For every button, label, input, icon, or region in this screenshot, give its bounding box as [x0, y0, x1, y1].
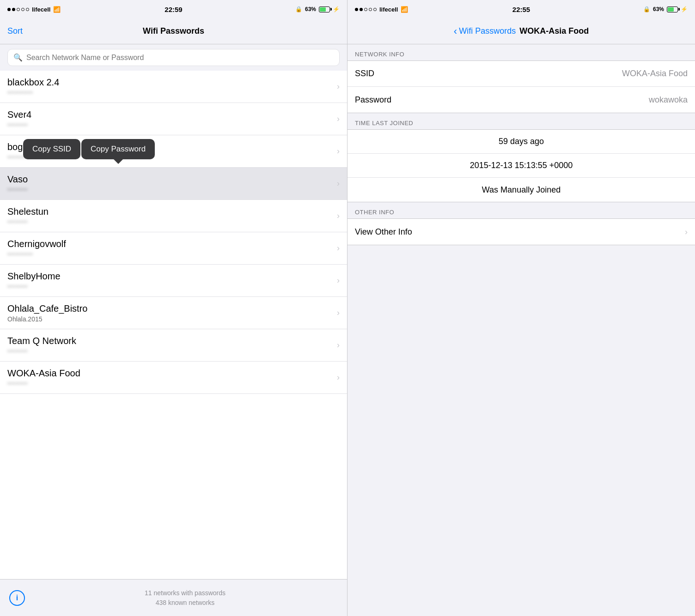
known-networks: 438 known networks [32, 598, 338, 608]
list-item[interactable]: Team Q Network •••••••• › [0, 329, 347, 362]
left-status-left: lifecell 📶 [7, 6, 61, 13]
list-item[interactable]: blackbox 2.4 •••••••••• › [0, 71, 347, 103]
back-chevron-icon: ‹ [454, 25, 457, 37]
right-nav-title: WOKA-Asia Food [519, 26, 589, 36]
list-item-content: Shelestun •••••••• [7, 206, 49, 225]
chevron-right-icon: › [337, 114, 340, 124]
right-status-left: lifecell 📶 [355, 6, 408, 13]
copy-password-button[interactable]: Copy Password [81, 139, 155, 159]
right-panel: lifecell 📶 22:55 🔒 63% ⚡ ‹ Wifi Password… [348, 0, 695, 616]
ssid-label: SSID [355, 69, 374, 79]
right-wifi-icon: 📶 [401, 6, 408, 13]
signal-dots-right [355, 8, 377, 11]
lightning-icon: ⚡ [333, 6, 340, 12]
list-item[interactable]: Ohlala_Cafe_Bistro Ohlala.2015 › [0, 297, 347, 329]
network-name: ShelbyHome [7, 271, 61, 282]
right-battery-percent: 63% [653, 6, 664, 12]
relative-time-row: 59 days ago [348, 130, 695, 154]
list-item-content: blackbox 2.4 •••••••••• [7, 77, 59, 96]
right-battery-fill [668, 7, 674, 12]
network-password: •••••••• [7, 186, 28, 193]
search-input[interactable] [26, 54, 334, 62]
right-battery-icon [667, 6, 678, 12]
list-item-content: Chernigovwolf •••••••••• [7, 239, 66, 258]
ssid-row: SSID WOKA-Asia Food [348, 61, 695, 87]
dot2 [12, 8, 15, 11]
network-name: WOKA-Asia Food [7, 368, 80, 379]
detail-content: NETWORK INFO SSID WOKA-Asia Food Passwor… [348, 44, 695, 616]
signal-dots [7, 8, 29, 11]
list-item[interactable]: Shelestun •••••••• › [0, 200, 347, 232]
info-button[interactable]: i [9, 590, 25, 606]
right-carrier: lifecell [379, 6, 398, 13]
relative-time: 59 days ago [499, 137, 544, 146]
chevron-right-icon: › [337, 276, 340, 285]
battery-percent: 63% [305, 6, 316, 12]
dot2 [360, 8, 363, 11]
chevron-right-icon: › [337, 308, 340, 318]
right-time: 22:55 [512, 6, 530, 13]
manually-joined-label: Was Manually Joined [482, 185, 561, 195]
right-nav-bar: ‹ Wifi Passwords WOKA-Asia Food [348, 18, 695, 44]
wifi-icon: 📶 [53, 6, 61, 13]
copy-ssid-button[interactable]: Copy SSID [23, 139, 80, 159]
network-password: •••••••• [7, 380, 80, 387]
list-item[interactable]: Sver4 •••••••• › [0, 103, 347, 135]
carrier-label: lifecell [32, 6, 50, 13]
dot5 [373, 8, 377, 11]
chevron-right-icon: › [337, 211, 340, 221]
list-item[interactable]: WOKA-Asia Food •••••••• › [0, 362, 347, 394]
list-item-content: Team Q Network •••••••• [7, 336, 76, 355]
search-bar: 🔍 [0, 44, 347, 71]
absolute-time: 2015-12-13 15:13:55 +0000 [470, 161, 573, 170]
list-item[interactable]: ShelbyHome •••••••• › [0, 265, 347, 297]
chevron-right-icon: › [337, 340, 340, 350]
manually-joined-row: Was Manually Joined [348, 178, 695, 202]
network-password: •••••••• [7, 283, 61, 290]
network-password: •••••••• [7, 348, 76, 355]
list-item-content: ShelbyHome •••••••• [7, 271, 61, 290]
view-other-info-label: View Other Info [355, 227, 412, 237]
network-name: Shelestun [7, 206, 49, 217]
network-name: Ohlala_Cafe_Bistro [7, 303, 87, 314]
left-nav-bar: Sort Wifi Passwords [0, 18, 347, 44]
back-label[interactable]: Wifi Passwords [459, 26, 516, 36]
bottom-stats: 11 networks with passwords 438 known net… [32, 588, 338, 608]
network-password: •••••••• [7, 121, 31, 128]
network-info-card: SSID WOKA-Asia Food Password wokawoka [348, 60, 695, 113]
list-item-content: Ohlala_Cafe_Bistro Ohlala.2015 [7, 303, 87, 323]
network-name: blackbox 2.4 [7, 77, 59, 88]
view-other-info-row[interactable]: View Other Info › [348, 219, 695, 245]
networks-with-passwords: 11 networks with passwords [32, 588, 338, 598]
context-menu-tooltip: Copy SSID Copy Password [23, 139, 155, 159]
network-list: blackbox 2.4 •••••••••• › Sver4 ••••••••… [0, 71, 347, 579]
chevron-right-icon: › [337, 243, 340, 253]
search-icon: 🔍 [13, 53, 23, 62]
list-item[interactable]: Chernigovwolf •••••••••• › [0, 232, 347, 265]
battery-icon [319, 6, 330, 12]
list-item-content: Sver4 •••••••• [7, 109, 31, 128]
other-info-card: View Other Info › [348, 218, 695, 245]
network-password: •••••••• [7, 218, 49, 225]
other-info-chevron-icon: › [685, 227, 688, 237]
password-value: wokawoka [649, 95, 688, 105]
list-item[interactable]: bogda •••••••• › Copy SSID Copy Password [0, 135, 347, 168]
list-item-content: WOKA-Asia Food •••••••• [7, 368, 80, 387]
chevron-right-icon: › [337, 179, 340, 188]
battery-fill [320, 7, 326, 12]
network-password-visible: Ohlala.2015 [7, 315, 87, 323]
network-info-header: NETWORK INFO [348, 44, 695, 60]
left-nav-title: Wifi Passwords [143, 26, 204, 36]
list-item[interactable]: Vaso •••••••• › [0, 168, 347, 200]
bottom-bar: i 11 networks with passwords 438 known n… [0, 579, 347, 616]
left-status-right: 🔒 63% ⚡ [295, 6, 340, 12]
dot1 [7, 8, 11, 11]
back-button[interactable]: ‹ Wifi Passwords [454, 25, 516, 37]
dot3 [364, 8, 367, 11]
dot4 [21, 8, 24, 11]
network-password: •••••••••• [7, 89, 59, 96]
time-joined-card: 59 days ago 2015-12-13 15:13:55 +0000 Wa… [348, 129, 695, 202]
sort-button[interactable]: Sort [7, 26, 23, 36]
search-input-wrap[interactable]: 🔍 [7, 49, 340, 66]
dot4 [369, 8, 372, 11]
